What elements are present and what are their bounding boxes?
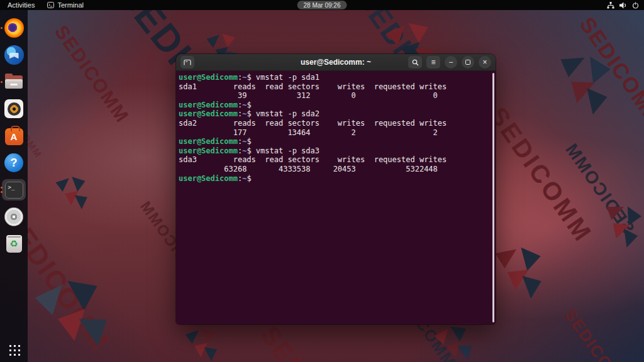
dock-item-trash[interactable]: ♻ [2,233,26,255]
terminal-line: sda3 reads read sectors writes requested… [179,155,491,165]
app-menu-terminal[interactable]: Terminal [47,1,84,9]
new-tab-button[interactable] [180,56,194,69]
firefox-icon [4,18,24,38]
activities-button[interactable]: Activities [5,1,37,9]
terminal-line: user@Sedicomm:~$ vmstat -p sda2 [179,109,491,119]
files-icon [5,75,23,89]
terminal-line: sda2 reads read sectors writes requested… [179,119,491,128]
terminal-output[interactable]: user@Sedicomm:~$ vmstat -p sda1sda1 read… [179,73,491,183]
dock-item-media-disc[interactable] [2,206,26,228]
dock-item-files[interactable] [2,71,26,92]
app-menu-label: Terminal [57,1,84,9]
wallpaper-watermark: SEDICOMM [50,21,133,127]
dock-item-rhythmbox[interactable] [2,98,26,119]
terminal-line: user@Sedicomm:~$ [179,137,491,146]
logo-triangles-icon [26,272,112,357]
running-indicator [1,191,3,193]
logo-triangles-icon [430,321,475,362]
dock-item-help[interactable]: ? [2,152,26,173]
trash-icon: ♻ [6,235,22,253]
running-indicator [1,81,3,83]
terminal-line: user@Sedicomm:~$ vmstat -p sda1 [179,73,491,82]
clock-button[interactable]: 28 Mar 09:26 [297,1,347,9]
terminal-line: sda1 reads read sectors writes requested… [179,82,491,92]
maximize-button[interactable] [462,56,474,69]
terminal-window: user@Sedicomm: ~ ≡ − × user@Sedicomm:~$ … [176,54,496,324]
dock-item-firefox[interactable] [2,17,26,38]
volume-icon [619,2,627,9]
dock-item-ubuntu-software[interactable]: A [2,125,26,146]
logo-triangles-icon [182,327,218,362]
terminal-app-icon [47,2,54,8]
terminal-body[interactable]: user@Sedicomm:~$ vmstat -p sda1sda1 read… [176,71,496,324]
wallpaper-watermark: SEDICOMM [255,321,369,362]
wallpaper-watermark: SEDICOMM [560,305,634,362]
menu-button[interactable]: ≡ [426,56,440,69]
show-applications-button[interactable] [8,343,20,356]
terminal-line: user@Sedicomm:~$ [179,101,491,110]
dock: A ? >_ ♻ [0,10,28,362]
running-indicator [1,27,3,29]
dock-item-thunderbird[interactable] [2,44,26,65]
search-button[interactable] [408,56,422,69]
terminal-line: user@Sedicomm:~$ vmstat -p sda3 [179,146,491,156]
terminal-line: user@Sedicomm:~$ [179,174,491,184]
help-icon: ? [4,153,23,172]
search-icon [412,59,419,66]
terminal-scrollbar[interactable] [492,73,494,322]
thunderbird-icon [4,45,24,65]
desktop: SEDICOMM SEDICOMM SEDICOMM SEDICOMM SEDI… [0,0,644,362]
top-bar: Activities Terminal 28 Mar 09:26 [0,0,644,10]
disc-icon [4,207,23,226]
terminal-titlebar[interactable]: user@Sedicomm: ~ ≡ − × [176,54,496,71]
minimize-button[interactable]: − [445,56,457,69]
ubuntu-software-icon: A [5,128,23,145]
network-icon [607,2,614,9]
terminal-line: 63268 4333538 20453 5322448 [179,165,491,174]
power-icon [632,2,639,9]
close-button[interactable]: × [479,56,491,69]
rhythmbox-icon [4,99,23,118]
terminal-line: 39 312 0 0 [179,91,491,101]
maximize-icon [465,60,470,65]
dock-item-terminal[interactable]: >_ [2,179,26,200]
terminal-line: 177 13464 2 2 [179,128,491,138]
logo-triangles-icon [53,175,88,210]
running-indicator [1,187,3,189]
system-status-area[interactable] [607,2,639,9]
new-tab-icon [184,59,191,66]
terminal-icon: >_ [5,182,23,199]
